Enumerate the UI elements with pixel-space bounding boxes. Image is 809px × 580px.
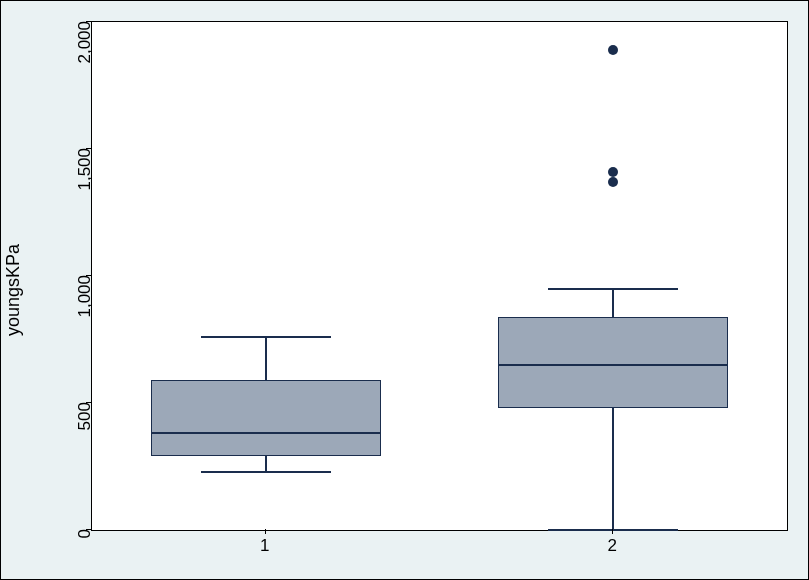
y-tick-label: 2,000 <box>75 21 95 64</box>
x-tick-label: 1 <box>260 536 269 556</box>
whisker-cap-upper <box>201 336 331 338</box>
whisker-line-upper <box>265 337 267 380</box>
x-tick-mark <box>612 529 613 534</box>
box <box>151 380 381 456</box>
x-tick-label: 2 <box>608 536 617 556</box>
outlier-point <box>608 167 618 177</box>
x-tick-mark <box>265 529 266 534</box>
median-line <box>498 364 728 366</box>
median-line <box>151 432 381 434</box>
y-axis-label: youngsKPa <box>3 244 24 336</box>
outlier-point <box>608 45 618 55</box>
chart-container: youngsKPa 05001,0001,5002,00012 <box>0 0 809 580</box>
plot-area <box>91 21 788 531</box>
y-tick-label: 0 <box>75 529 95 538</box>
outlier-point <box>608 177 618 187</box>
whisker-line-lower <box>612 408 614 530</box>
whisker-cap-lower <box>201 471 331 473</box>
whisker-line-upper <box>612 289 614 317</box>
whisker-cap-upper <box>548 288 678 290</box>
whisker-line-lower <box>265 456 267 471</box>
box <box>498 317 728 408</box>
y-tick-label: 1,000 <box>75 275 95 318</box>
y-tick-label: 1,500 <box>75 148 95 191</box>
y-tick-label: 500 <box>75 402 95 430</box>
whisker-cap-lower <box>548 529 678 531</box>
